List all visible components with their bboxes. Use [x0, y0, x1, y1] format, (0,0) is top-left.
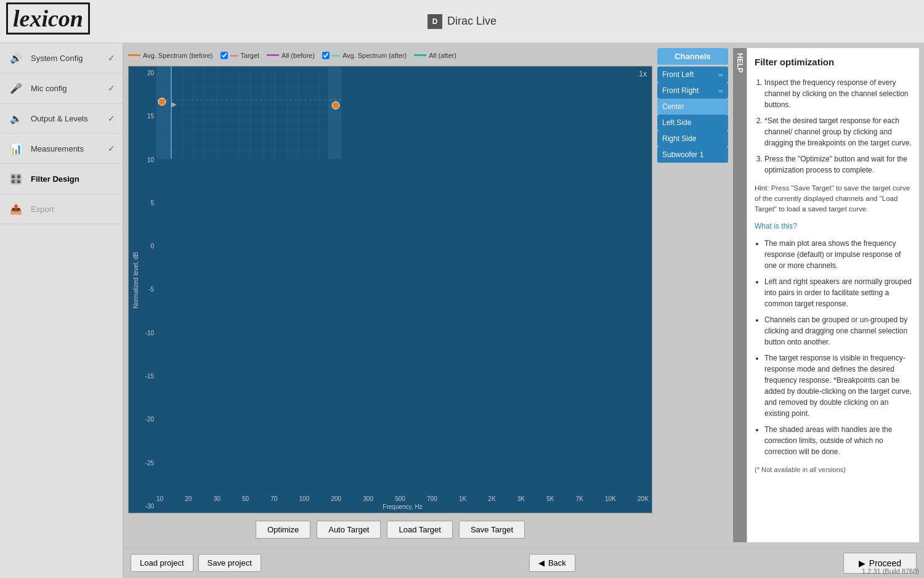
- legend-label-all-after: All (after): [429, 52, 456, 59]
- sidebar-label-output-levels: Output & Levels: [31, 114, 102, 123]
- legend-label-all-before: All (before): [282, 52, 315, 59]
- channel-label-right-side: Right Side: [662, 134, 696, 143]
- footer-left: Load project Save project: [131, 554, 261, 572]
- sidebar-icon-mic-config: 🎤: [7, 79, 25, 97]
- help-tab[interactable]: HELP: [733, 48, 747, 542]
- sidebar-item-mic-config[interactable]: 🎤 Mic config ✓: [0, 73, 123, 104]
- channel-btn-front-left[interactable]: Front Left∞: [657, 67, 728, 83]
- sidebar-icon-output-levels: 🔈: [7, 110, 25, 127]
- help-instruction: *Set the desired target response for eac…: [764, 115, 912, 149]
- legend-item-avg-after: — Avg. Spectrum (after): [322, 51, 407, 60]
- sidebar: 🔊 System Config ✓ 🎤 Mic config ✓ 🔈 Outpu…: [0, 43, 123, 578]
- legend-color-all-before: [267, 54, 279, 56]
- svg-point-24: [332, 102, 339, 109]
- channel-link-icon-front-left: ∞: [718, 71, 723, 78]
- legend-item-all-after: All (after): [414, 52, 456, 59]
- svg-rect-21: [328, 67, 341, 159]
- sidebar-check-system-config: ✓: [108, 53, 115, 63]
- sidebar-item-measurements[interactable]: 📊 Measurements ✓: [0, 134, 123, 164]
- help-panel: Filter optimization Inspect the frequenc…: [747, 48, 919, 542]
- legend-checkbox-target[interactable]: [221, 52, 228, 59]
- bottom-buttons: OptimizeAuto TargetLoad TargetSave Targe…: [128, 517, 652, 542]
- y-label-0: 0: [150, 243, 154, 250]
- footer-center: ◀ Back: [529, 554, 575, 572]
- y-label-10: 10: [147, 157, 154, 163]
- sidebar-label-measurements: Measurements: [31, 144, 102, 153]
- y-label--25: -25: [145, 460, 154, 466]
- logo-text: lexicon: [6, 2, 90, 35]
- sidebar-label-export: Export: [31, 205, 115, 214]
- what-is-this[interactable]: What is this?: [755, 221, 797, 232]
- save-target-button[interactable]: Save Target: [459, 521, 525, 539]
- channel-btn-subwoofer-1[interactable]: Subwoofer 1: [657, 147, 728, 163]
- svg-rect-3: [156, 67, 341, 159]
- sidebar-icon-filter-design: 🎛️: [7, 170, 25, 187]
- app-title-text: Dirac Live: [447, 15, 496, 28]
- y-label--20: -20: [145, 416, 154, 423]
- channel-btn-front-right[interactable]: Front Right∞: [657, 83, 728, 99]
- help-title: Filter optimization: [755, 55, 912, 70]
- legend-label-avg-before: Avg. Spectrum (before): [143, 52, 213, 59]
- x-label-10K: 10K: [605, 495, 616, 502]
- x-label-100: 100: [299, 495, 310, 502]
- channel-btn-right-side[interactable]: Right Side: [657, 131, 728, 147]
- help-bullet: Channels can be grouped or un-grouped by…: [764, 314, 912, 348]
- x-label-20K: 20K: [638, 495, 649, 502]
- proceed-arrow-icon: ▶: [859, 558, 865, 568]
- proceed-label: Proceed: [869, 558, 901, 568]
- channel-btn-left-side[interactable]: Left Side: [657, 115, 728, 131]
- sidebar-item-system-config[interactable]: 🔊 System Config ✓: [0, 43, 123, 73]
- y-label-15: 15: [147, 113, 154, 120]
- legend-label-target: Target: [241, 52, 260, 59]
- channel-btn-center[interactable]: Center: [657, 99, 728, 115]
- chart-container: Avg. Spectrum (before) — Target All (bef…: [128, 48, 652, 542]
- x-label-200: 200: [331, 495, 341, 502]
- y-label--10: -10: [145, 330, 154, 336]
- main-content: Avg. Spectrum (before) — Target All (bef…: [123, 43, 924, 578]
- load-target-button[interactable]: Load Target: [387, 521, 452, 539]
- x-label-2K: 2K: [488, 495, 495, 502]
- channel-label-front-right: Front Right: [662, 86, 699, 95]
- help-hint: Hint: Press "Save Target" to save the ta…: [755, 183, 912, 215]
- sidebar-label-filter-design: Filter Design: [31, 174, 115, 184]
- y-label--30: -30: [145, 503, 154, 510]
- sidebar-icon-system-config: 🔊: [7, 49, 25, 67]
- zoom-label: 1x: [639, 70, 647, 78]
- channel-label-front-left: Front Left: [662, 70, 694, 79]
- logo: lexicon: [6, 5, 90, 32]
- load-project-button[interactable]: Load project: [131, 554, 193, 572]
- help-instruction: Inspect the frequency response of every …: [764, 77, 912, 110]
- x-label-5K: 5K: [546, 495, 554, 502]
- optimize-button[interactable]: Optimize: [256, 521, 310, 539]
- channel-label-left-side: Left Side: [662, 118, 691, 127]
- x-label-50: 50: [242, 495, 249, 502]
- legend-item-avg-before: Avg. Spectrum (before): [128, 52, 213, 59]
- legend: Avg. Spectrum (before) — Target All (bef…: [128, 48, 652, 62]
- channel-panel: Channels Front Left∞Front Right∞CenterLe…: [657, 48, 728, 542]
- back-arrow-icon: ◀: [538, 558, 545, 568]
- sidebar-check-mic-config: ✓: [108, 83, 115, 93]
- legend-color-all-after: [414, 54, 426, 56]
- channel-label-subwoofer-1: Subwoofer 1: [662, 150, 703, 159]
- x-axis: 10203050701002003005007001K2K3K5K7K10K20…: [156, 494, 649, 513]
- legend-checkbox-avg-after[interactable]: [322, 52, 330, 59]
- sidebar-item-output-levels[interactable]: 🔈 Output & Levels ✓: [0, 104, 123, 134]
- help-bullet: The main plot area shows the frequency r…: [764, 238, 912, 271]
- dirac-icon: D: [428, 14, 442, 29]
- channel-buttons: Front Left∞Front Right∞CenterLeft SideRi…: [657, 67, 728, 163]
- channel-link-icon-front-right: ∞: [718, 87, 723, 94]
- sidebar-item-filter-design[interactable]: 🎛️ Filter Design: [0, 164, 123, 194]
- save-project-button[interactable]: Save project: [198, 554, 261, 572]
- channels-header: Channels: [657, 48, 728, 65]
- auto-target-button[interactable]: Auto Target: [317, 521, 381, 539]
- x-label-3K: 3K: [517, 495, 525, 502]
- x-label-7K: 7K: [576, 495, 583, 502]
- footer: Load project Save project ◀ Back ▶ Proce…: [123, 547, 924, 578]
- back-button[interactable]: ◀ Back: [529, 554, 575, 572]
- legend-color-avg-before: [128, 54, 140, 56]
- help-instruction: Press the "Optimize" button and wait for…: [764, 153, 912, 176]
- x-label-30: 30: [214, 495, 221, 502]
- version-label: 1.2.31 (Build 8768): [862, 568, 919, 575]
- legend-item-all-before: All (before): [267, 52, 315, 59]
- sidebar-label-system-config: System Config: [31, 54, 102, 63]
